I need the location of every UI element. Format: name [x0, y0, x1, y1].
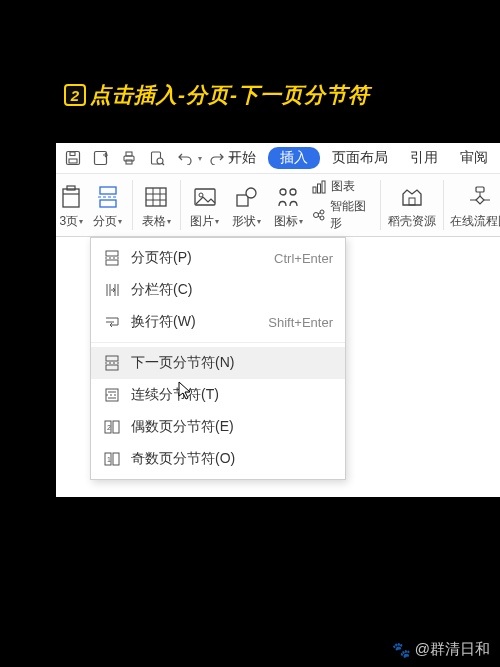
svg-rect-5 [126, 152, 132, 156]
chart-smartart-group: 图表 智能图形 [309, 174, 377, 236]
dd-line-break-label: 换行符(W) [131, 313, 258, 331]
picture-button[interactable]: 图片▾ [184, 174, 226, 236]
svg-rect-2 [70, 152, 75, 156]
resources-button[interactable]: 稻壳资源 [384, 174, 440, 236]
ribbon-separator [132, 180, 133, 230]
dd-continuous-section[interactable]: 连续分节符(T) [91, 379, 345, 411]
print-button[interactable] [116, 146, 142, 170]
svg-point-25 [280, 189, 286, 195]
page-break-label: 分页 [93, 213, 117, 230]
svg-text:1: 1 [107, 456, 111, 463]
svg-rect-35 [409, 198, 415, 205]
author-watermark: 🐾 @群清日和 [392, 640, 490, 659]
dd-even-page-section-label: 偶数页分节符(E) [131, 418, 333, 436]
svg-rect-27 [313, 187, 316, 193]
print-preview-button[interactable] [144, 146, 170, 170]
smartart-icon [311, 207, 326, 223]
dd-next-page-section-label: 下一页分节符(N) [131, 354, 333, 372]
svg-rect-51 [106, 356, 118, 361]
svg-line-9 [162, 163, 164, 165]
dd-column-break-label: 分栏符(C) [131, 281, 323, 299]
step-number-badge: 2 [64, 84, 86, 106]
dd-odd-page-section-label: 奇数页分节符(O) [131, 450, 333, 468]
undo-icon [177, 151, 193, 165]
page-break-button[interactable]: 分页▾ [87, 174, 129, 236]
picture-icon [192, 184, 218, 210]
dd-line-break-shortcut: Shift+Enter [268, 315, 333, 330]
svg-point-22 [199, 193, 203, 197]
svg-rect-16 [146, 188, 166, 206]
shapes-label: 形状 [232, 213, 256, 230]
dd-next-page-section[interactable]: 下一页分节符(N) [91, 347, 345, 379]
smartart-button[interactable]: 智能图形 [311, 198, 375, 232]
dd-column-break[interactable]: 分栏符(C) [91, 274, 345, 306]
svg-rect-36 [476, 187, 484, 192]
svg-rect-10 [63, 189, 79, 207]
menu-review[interactable]: 审阅 [450, 146, 498, 170]
cover-page-label: 3页 [60, 213, 79, 230]
dd-page-break-shortcut: Ctrl+Enter [274, 251, 333, 266]
wrap-break-icon [103, 313, 121, 331]
ribbon-separator [443, 180, 444, 230]
svg-point-32 [320, 216, 324, 220]
flowchart-button[interactable]: 在线流程图 [447, 174, 500, 236]
menu-start[interactable]: 开始 [218, 146, 266, 170]
resources-icon [399, 184, 425, 210]
menu-references[interactable]: 引用 [400, 146, 448, 170]
dd-even-page-section[interactable]: 2 偶数页分节符(E) [91, 411, 345, 443]
page-break-icon [95, 184, 121, 210]
cover-page-icon [58, 184, 84, 210]
save-icon [65, 150, 81, 166]
print-preview-icon [149, 150, 165, 166]
dd-line-break[interactable]: 换行符(W) Shift+Enter [91, 306, 345, 338]
continuous-section-icon [103, 386, 121, 404]
flowchart-icon [467, 184, 493, 210]
cover-page-button[interactable]: 3页▾ [56, 174, 87, 236]
undo-caret-icon[interactable]: ▾ [198, 154, 202, 163]
dd-odd-page-section[interactable]: 1 奇数页分节符(O) [91, 443, 345, 475]
shapes-button[interactable]: 形状▾ [226, 174, 268, 236]
video-stage: 2 点击插入-分页-下一页分节符 ▾ [56, 0, 500, 667]
column-break-icon [103, 281, 121, 299]
save-button[interactable] [60, 146, 86, 170]
resources-label: 稻壳资源 [388, 213, 436, 230]
dropdown-separator [91, 342, 345, 343]
menu-page-layout[interactable]: 页面布局 [322, 146, 398, 170]
table-label: 表格 [142, 213, 166, 230]
even-page-section-icon: 2 [103, 418, 121, 436]
menu-insert[interactable]: 插入 [268, 147, 320, 169]
odd-page-section-icon: 1 [103, 450, 121, 468]
picture-label: 图片 [190, 213, 214, 230]
ribbon-separator [180, 180, 181, 230]
icons-button[interactable]: 图标▾ [268, 174, 310, 236]
author-name: @群清日和 [415, 640, 490, 659]
undo-button[interactable] [172, 146, 198, 170]
next-page-section-icon [103, 354, 121, 372]
svg-text:2: 2 [107, 424, 111, 431]
svg-point-31 [320, 210, 324, 214]
svg-line-33 [318, 213, 321, 215]
table-icon [143, 184, 169, 210]
table-button[interactable]: 表格▾ [135, 174, 177, 236]
paw-icon: 🐾 [392, 641, 411, 659]
page-break-dropdown: 分页符(P) Ctrl+Enter 分栏符(C) 换行符(W) Shift+En… [90, 237, 346, 480]
svg-point-24 [246, 188, 256, 198]
flowchart-label: 在线流程图 [450, 213, 500, 230]
shapes-icon [234, 184, 260, 210]
icons-icon [275, 184, 301, 210]
export-icon [93, 150, 109, 166]
chart-label: 图表 [331, 178, 355, 195]
svg-line-34 [318, 216, 321, 218]
svg-rect-62 [113, 453, 119, 465]
chart-button[interactable]: 图表 [311, 178, 375, 195]
save-as-button[interactable] [88, 146, 114, 170]
smartart-label: 智能图形 [330, 198, 375, 232]
dd-page-break[interactable]: 分页符(P) Ctrl+Enter [91, 242, 345, 274]
ribbon-separator [380, 180, 381, 230]
svg-rect-23 [237, 195, 248, 206]
svg-rect-28 [318, 184, 321, 193]
ribbon-insert: 3页▾ 分页▾ 表格▾ 图片▾ [56, 173, 500, 237]
svg-rect-59 [113, 421, 119, 433]
svg-rect-41 [106, 251, 118, 256]
svg-rect-52 [106, 365, 118, 370]
